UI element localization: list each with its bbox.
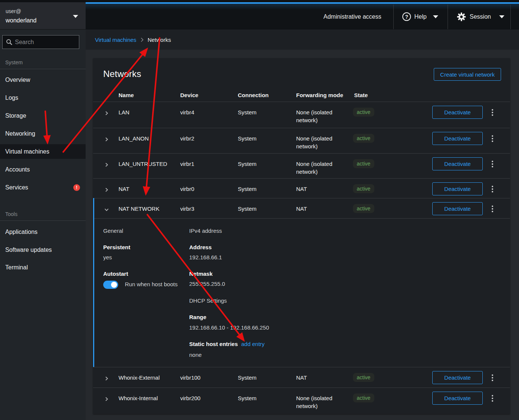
help-label: Help xyxy=(414,13,427,20)
cockpit-page: Administrative access ? Help xyxy=(0,0,519,420)
table-row-nat: NAT virbr0 System NAT active Deactivate xyxy=(93,178,510,198)
cell-connection: System xyxy=(238,394,257,402)
cell-connection: System xyxy=(238,205,257,213)
table-row-whonix-internal: Whonix-Internal virbr200 System None (is… xyxy=(93,387,510,414)
session-menu-button[interactable]: Session xyxy=(457,4,504,30)
sidebar-item-terminal[interactable]: Terminal xyxy=(0,260,86,275)
kebab-menu-icon[interactable] xyxy=(489,106,496,119)
netmask-label: Netmask xyxy=(189,271,213,277)
cell-name: LAN_UNTRUSTED xyxy=(119,160,167,168)
host-switcher[interactable]: user@ wonderland xyxy=(0,2,86,30)
cell-name: LAN_ANON xyxy=(119,135,149,142)
sidebar-item-storage[interactable]: Storage xyxy=(0,108,86,123)
masthead-separator xyxy=(393,4,394,29)
deactivate-button[interactable]: Deactivate xyxy=(432,132,483,145)
cell-device: virbr4 xyxy=(180,108,194,116)
persistent-value: yes xyxy=(103,254,112,260)
help-menu-button[interactable]: ? Help xyxy=(402,4,438,30)
status-badge: active xyxy=(353,373,374,382)
expanded-network-details: General Persistent yes Autostart Run whe… xyxy=(93,218,510,367)
deactivate-button[interactable]: Deactivate xyxy=(432,371,483,384)
expand-row-icon[interactable] xyxy=(104,376,109,380)
cell-forwarding: None (isolated network) xyxy=(296,135,345,150)
administrative-access-button[interactable]: Administrative access xyxy=(323,4,381,30)
kebab-menu-icon[interactable] xyxy=(489,132,496,145)
cell-name: NAT xyxy=(119,185,129,193)
column-header-state: State xyxy=(354,92,368,98)
masthead-separator xyxy=(448,4,448,29)
deactivate-button[interactable]: Deactivate xyxy=(432,157,483,170)
session-label: Session xyxy=(470,13,491,20)
sidebar-item-logs[interactable]: Logs xyxy=(0,90,86,105)
add-entry-link[interactable]: add entry xyxy=(241,341,265,347)
autostart-toggle[interactable] xyxy=(103,281,118,289)
masthead-separator xyxy=(510,4,511,29)
table-row-lan_untrusted: LAN_UNTRUSTED virbr1 System None (isolat… xyxy=(93,153,510,178)
table-row-lan: LAN virbr4 System None (isolated network… xyxy=(93,102,510,128)
deactivate-button[interactable]: Deactivate xyxy=(432,106,483,119)
column-header-connection: Connection xyxy=(238,92,269,98)
breadcrumb-link-virtual-machines[interactable]: Virtual machines xyxy=(95,37,136,43)
kebab-menu-icon[interactable] xyxy=(489,392,496,405)
general-heading: General xyxy=(103,228,123,234)
expanded-row-accent xyxy=(93,198,94,218)
column-header-forwarding: Forwarding mode xyxy=(296,92,343,98)
sidebar-item-services[interactable]: Services! xyxy=(0,180,86,195)
column-header-name: Name xyxy=(119,92,134,98)
deactivate-button[interactable]: Deactivate xyxy=(432,182,483,195)
sidebar-item-label: Logs xyxy=(5,95,18,101)
table-row-lan_anon: LAN_ANON virbr2 System None (isolated ne… xyxy=(93,128,510,153)
kebab-menu-icon[interactable] xyxy=(489,157,496,170)
nav-divider xyxy=(0,220,86,221)
expand-row-icon[interactable] xyxy=(104,162,109,166)
expand-row-icon[interactable] xyxy=(104,187,109,191)
autostart-text: Run when host boots xyxy=(125,281,178,287)
status-badge: active xyxy=(353,204,374,213)
sidebar-item-accounts[interactable]: Accounts xyxy=(0,162,86,177)
sidebar-item-virtual-machines[interactable]: Virtual machines xyxy=(0,144,86,159)
status-badge: active xyxy=(353,184,374,193)
chevron-down-icon xyxy=(433,15,438,18)
deactivate-button[interactable]: Deactivate xyxy=(432,202,483,215)
netmask-value: 255.255.255.0 xyxy=(189,281,225,287)
sidebar-item-overview[interactable]: Overview xyxy=(0,72,86,87)
sidebar-item-label: Applications xyxy=(5,229,37,235)
networks-table: LAN virbr4 System None (isolated network… xyxy=(93,102,510,414)
nav-group-title-tools: Tools xyxy=(5,211,18,217)
deactivate-button[interactable]: Deactivate xyxy=(432,392,483,405)
cell-device: virbr2 xyxy=(180,135,194,142)
cell-device: virbr1 xyxy=(180,160,194,168)
sidebar-item-label: Storage xyxy=(5,112,26,119)
persistent-label: Persistent xyxy=(103,244,130,250)
alert-badge: ! xyxy=(73,184,80,191)
cell-name: Whonix-External xyxy=(119,374,160,382)
breadcrumb-bar: Virtual machines Networks xyxy=(86,30,519,50)
masthead-accent-glow xyxy=(86,4,519,10)
sidebar-item-software-updates[interactable]: Software updates xyxy=(0,243,86,257)
search-icon xyxy=(6,39,12,45)
search-input[interactable] xyxy=(15,39,73,46)
kebab-menu-icon[interactable] xyxy=(489,371,496,384)
nav-group-title-system: System xyxy=(5,59,23,65)
create-virtual-network-button[interactable]: Create virtual network xyxy=(434,68,501,81)
sidebar-item-networking[interactable]: Networking xyxy=(0,126,86,141)
sidebar: user@ wonderland SystemOverviewLogsStora… xyxy=(0,2,86,420)
networks-card: Networks Create virtual network Name Dev… xyxy=(93,58,510,414)
expand-row-icon[interactable] xyxy=(104,396,109,401)
hostname-label: wonderland xyxy=(6,17,37,24)
table-row-nat-network: NAT NETWORK virbr3 System NAT active Dea… xyxy=(93,198,510,218)
expand-row-icon[interactable] xyxy=(104,136,109,141)
chevron-down-icon xyxy=(499,15,504,18)
expand-row-icon[interactable] xyxy=(104,110,109,115)
column-header-device: Device xyxy=(180,92,198,98)
sidebar-item-applications[interactable]: Applications xyxy=(0,225,86,239)
status-badge: active xyxy=(353,134,374,143)
kebab-menu-icon[interactable] xyxy=(489,202,496,215)
expanded-row-accent xyxy=(93,218,94,367)
collapse-row-icon[interactable] xyxy=(104,207,109,211)
cell-connection: System xyxy=(238,185,257,193)
sidebar-item-label: Accounts xyxy=(5,166,30,173)
breadcrumb-separator-icon xyxy=(141,37,144,42)
kebab-menu-icon[interactable] xyxy=(489,182,496,195)
sidebar-search xyxy=(2,35,79,49)
